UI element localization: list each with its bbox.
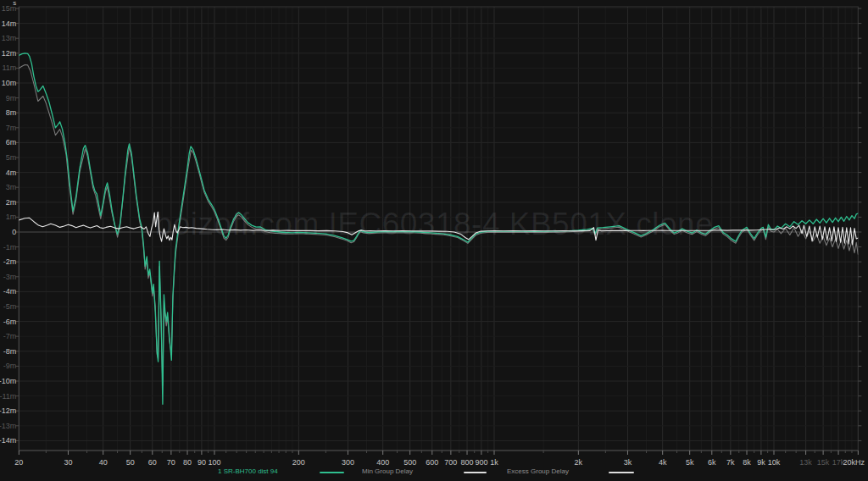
y-tick-label: 12m <box>2 49 17 58</box>
x-tick-label: 50 <box>126 458 135 467</box>
x-tick-label: 20 <box>14 458 23 467</box>
y-tick-label: -14m <box>0 436 16 445</box>
x-tick-label: 1k <box>490 458 498 467</box>
y-tick-label: 11m <box>2 64 16 72</box>
y-tick-label: -8m <box>3 347 17 356</box>
y-tick-label: -11m <box>0 392 16 401</box>
y-tick-label: 4m <box>6 169 17 177</box>
y-tick-label: 13m <box>2 34 17 42</box>
x-tick-label: 700 <box>444 458 457 467</box>
y-tick-label: 9m <box>6 94 17 102</box>
x-tick-label: 900 <box>475 458 487 467</box>
y-tick-label: 1m <box>6 213 17 221</box>
x-tick-label: 90 <box>198 458 206 467</box>
x-tick-label: 100 <box>208 458 220 467</box>
x-tick-label: 5k <box>686 458 694 467</box>
y-tick-label: -9m <box>3 362 17 370</box>
y-tick-label: -12m <box>0 406 16 415</box>
x-tick-label: 9k <box>757 458 765 467</box>
y-tick-label: -7m <box>3 332 17 340</box>
y-tick-label: 6m <box>6 138 17 147</box>
x-tick-label: 10k <box>768 458 781 467</box>
x-tick-label: 300 <box>342 458 354 467</box>
y-tick-label: -5m <box>3 302 17 311</box>
y-tick-label: 10m <box>2 79 17 87</box>
x-tick-label: 70 <box>167 458 175 467</box>
y-tick-label: -4m <box>3 287 17 296</box>
x-tick-label: 15k <box>817 458 830 467</box>
y-tick-label: 0 <box>12 228 16 236</box>
y-tick-label: 5m <box>6 153 17 162</box>
y-tick-label: -10m <box>0 377 16 385</box>
x-tick-label: 13k <box>799 458 812 467</box>
group-delay-chart: s15m14m13m12m11m10m9m8m7m6m5m4m3m2m1m0-1… <box>0 0 868 481</box>
legend-label-excess-group-delay[interactable]: Excess Group Delay <box>507 467 569 475</box>
y-tick-label: -2m <box>3 257 17 266</box>
y-tick-label: 3m <box>6 183 17 191</box>
x-tick-label: 8k <box>743 458 751 467</box>
y-tick-label: -6m <box>3 318 17 326</box>
x-tick-label: 80 <box>183 458 192 467</box>
x-tick-label: 800 <box>461 458 474 467</box>
x-tick-label: 600 <box>426 458 438 467</box>
x-tick-label: 4k <box>659 458 667 467</box>
legend-label-measurement[interactable]: 1 SR-BH700 dist 94 <box>218 467 278 475</box>
y-tick-label: 14m <box>2 19 17 28</box>
x-tick-label: 7k <box>726 458 735 467</box>
x-tick-label: 400 <box>376 458 389 467</box>
x-tick-label: 2k <box>575 458 583 467</box>
x-tick-label: 200 <box>292 458 305 467</box>
legend-label-min-group-delay[interactable]: Min Group Delay <box>362 467 413 475</box>
y-tick-label: 7m <box>6 124 17 132</box>
y-tick-label: 2m <box>6 198 17 207</box>
chart-canvas: s15m14m13m12m11m10m9m8m7m6m5m4m3m2m1m0-1… <box>0 0 868 481</box>
x-tick-label: 30 <box>64 458 72 467</box>
x-tick-label: 20kHz <box>843 458 865 467</box>
y-tick-label: -13m <box>0 422 16 430</box>
x-tick-label: 3k <box>624 458 632 467</box>
x-tick-label: 60 <box>148 458 157 467</box>
y-tick-label: 8m <box>6 108 17 117</box>
x-tick-label: 500 <box>403 458 416 467</box>
x-tick-label: 40 <box>99 458 108 467</box>
y-tick-label: 15m <box>2 4 17 13</box>
x-tick-label: 6k <box>708 458 716 467</box>
y-tick-label: -3m <box>3 273 17 281</box>
y-tick-label: -1m <box>3 243 17 252</box>
